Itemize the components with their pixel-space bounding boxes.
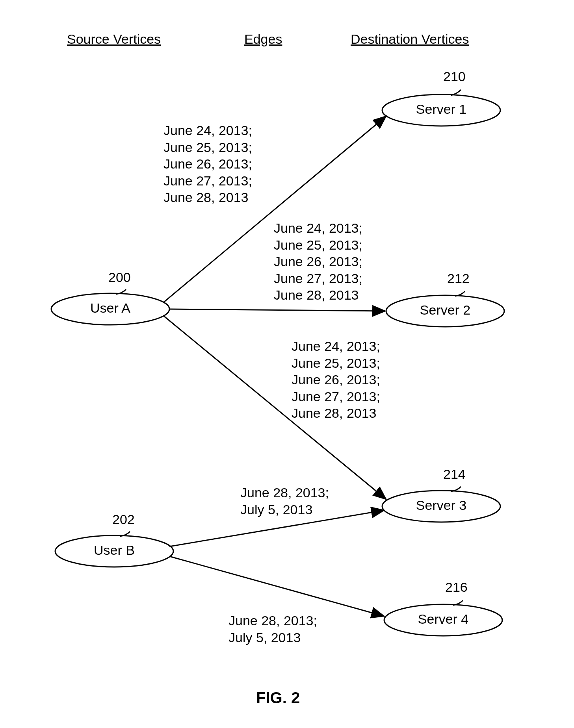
edge-usera-server2 xyxy=(169,309,385,311)
diagram-page: Source Vertices Edges Destination Vertic… xyxy=(0,0,574,728)
ref-214: 214 xyxy=(443,467,466,482)
edge-label-usera-server3: June 24, 2013; June 25, 2013; June 26, 2… xyxy=(292,338,380,422)
figure-label: FIG. 2 xyxy=(256,689,300,707)
edge-label-usera-server1: June 24, 2013; June 25, 2013; June 26, 2… xyxy=(163,122,252,206)
ref-tick-216 xyxy=(453,600,463,605)
ref-tick-214 xyxy=(451,487,461,491)
label-server-4: Server 4 xyxy=(400,611,487,627)
edge-label-userb-server3: June 28, 2013; July 5, 2013 xyxy=(240,484,329,518)
edge-label-userb-server4: June 28, 2013; July 5, 2013 xyxy=(228,612,317,646)
label-user-b: User B xyxy=(71,543,158,558)
label-server-3: Server 3 xyxy=(398,498,485,513)
ref-212: 212 xyxy=(447,271,470,286)
ref-202: 202 xyxy=(112,512,135,527)
ref-tick-212 xyxy=(455,291,465,296)
ref-210: 210 xyxy=(443,69,466,84)
edge-userb-server4 xyxy=(169,556,384,616)
label-server-1: Server 1 xyxy=(398,102,485,117)
label-server-2: Server 2 xyxy=(402,302,489,318)
ref-216: 216 xyxy=(445,580,468,595)
edge-label-usera-server2: June 24, 2013; June 25, 2013; June 26, 2… xyxy=(274,220,362,304)
ref-200: 200 xyxy=(108,270,131,285)
label-user-a: User A xyxy=(67,300,154,316)
